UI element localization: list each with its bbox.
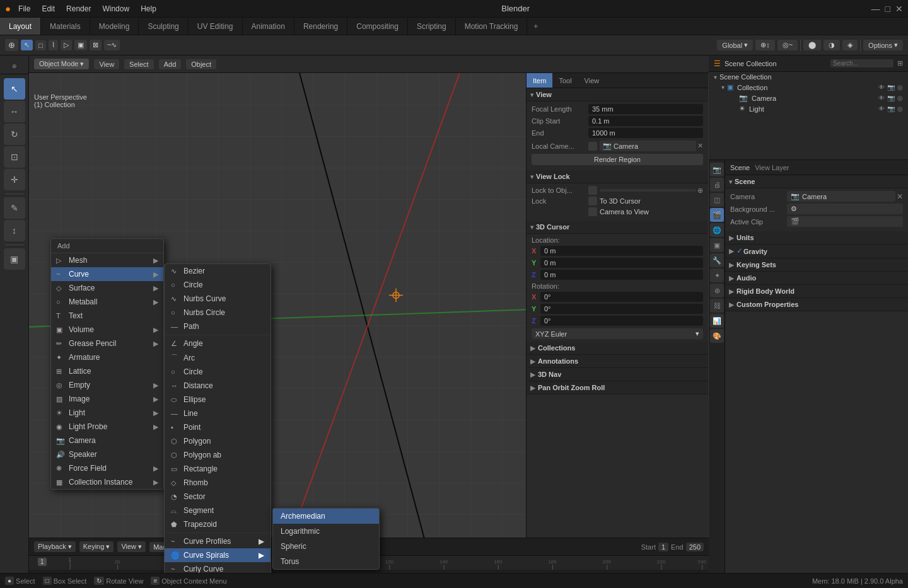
cursor-y-value[interactable]: 0 m	[540, 258, 703, 268]
workspace-tab-modeling[interactable]: Modeling	[90, 18, 139, 35]
light-cam-icon[interactable]: 📷	[887, 105, 895, 112]
add-text[interactable]: T Text	[51, 309, 163, 323]
line-item[interactable]: — Line	[165, 406, 271, 420]
focal-value[interactable]: 35 mm	[588, 104, 703, 114]
path-item[interactable]: — Path	[165, 320, 271, 333]
add-cube-tool[interactable]: ▣	[4, 248, 25, 270]
box-select-btn[interactable]: □	[35, 40, 46, 50]
lasso-btn[interactable]: ⌇	[49, 40, 58, 50]
light-outliner-item[interactable]: ☀ Light 👁 📷 ◎	[734, 103, 908, 114]
rigid-body-section-toggle[interactable]: ▶ Rigid Body World	[725, 285, 908, 298]
workspace-tab-scripting[interactable]: Scripting	[408, 18, 456, 35]
pan-orbit-toggle[interactable]: ▶ Pan Orbit Zoom Roll	[527, 381, 708, 395]
physics-props-btn[interactable]: ⊛	[710, 284, 724, 297]
nurbs-circle-item[interactable]: ○ Nurbs Circle	[165, 306, 271, 320]
polygon-item[interactable]: ⬡ Polygon	[165, 434, 271, 448]
view-lock-toggle[interactable]: ▾ View Lock	[527, 170, 708, 183]
menu-edit[interactable]: Edit	[38, 3, 59, 14]
workspace-tab-uv-editing[interactable]: UV Editing	[189, 18, 243, 35]
trapezoid-item[interactable]: ⬟ Trapezoid	[165, 517, 271, 531]
camera-icon[interactable]: 📷	[887, 84, 895, 91]
render-props-btn[interactable]: 📷	[710, 163, 724, 176]
collection-item[interactable]: ▾ ▣ Collection 👁 📷 ◎	[716, 82, 908, 93]
cursor-ry-value[interactable]: 0°	[540, 304, 703, 314]
light-render-icon[interactable]: ◎	[897, 105, 903, 112]
audio-section-toggle[interactable]: ▶ Audio	[725, 272, 908, 285]
lock-obj-value[interactable]	[600, 189, 696, 192]
toolbar-btn6[interactable]: ⊠	[90, 40, 102, 50]
view-section-toggle[interactable]: ▾ View	[527, 88, 708, 101]
light-eye-icon[interactable]: 👁	[878, 105, 885, 112]
circle-item-2[interactable]: ○ Circle	[165, 365, 271, 379]
rectangle-item[interactable]: ▭ Rectangle	[165, 462, 271, 476]
add-armature[interactable]: ✦ Armature	[51, 350, 163, 364]
bezier-item[interactable]: ∿ Bezier	[165, 264, 271, 278]
clip-end-value[interactable]: 1000 m	[588, 128, 703, 138]
playback-menu[interactable]: Playback ▾	[34, 541, 76, 552]
viewport-shading-rend[interactable]: ◈	[842, 40, 858, 50]
toolbar-btn5[interactable]: ▣	[74, 40, 87, 50]
local-cam-toggle[interactable]	[588, 142, 597, 151]
camera-x-btn[interactable]: ✕	[897, 192, 903, 201]
toolbar-btn7[interactable]: ~∿	[104, 40, 120, 50]
keying-section-toggle[interactable]: ▶ Keying Sets	[725, 258, 908, 272]
transform-tool[interactable]: ✛	[4, 169, 25, 190]
cursor-tool[interactable]: ↖	[4, 78, 25, 100]
view-menu-btn[interactable]: View	[94, 59, 119, 69]
object-mode-dropdown[interactable]: Object Mode ▾	[34, 59, 89, 69]
torus-item[interactable]: Torus	[273, 554, 379, 569]
rotation-mode-dropdown[interactable]: XYZ Euler ▾	[532, 328, 703, 339]
eye-icon[interactable]: 👁	[878, 84, 885, 91]
start-frame-input[interactable]: 1	[658, 543, 668, 551]
ellipse-item[interactable]: ⬭ Ellipse	[165, 393, 271, 406]
add-camera[interactable]: 📷 Camera	[51, 434, 163, 447]
minimize-button[interactable]: —	[871, 4, 880, 14]
cam-camera-icon[interactable]: 📷	[887, 95, 895, 101]
cursor-rz-value[interactable]: 0°	[540, 316, 703, 326]
cam-view-toggle[interactable]	[588, 207, 597, 216]
add-light[interactable]: ☀ Light ▶	[51, 406, 163, 420]
sector-item[interactable]: ◔ Sector	[165, 490, 271, 504]
annotations-toggle[interactable]: ▶ Annotations	[527, 355, 708, 368]
add-force-field[interactable]: ❋ Force Field ▶	[51, 461, 163, 475]
scene-section-toggle[interactable]: ▾ Scene	[725, 175, 908, 188]
add-mesh[interactable]: ▷ Mesh ▶	[51, 253, 163, 267]
collections-toggle[interactable]: ▶ Collections	[527, 342, 708, 355]
view-layer-props-btn[interactable]: ◫	[710, 193, 724, 207]
material-props-btn[interactable]: 🎨	[710, 329, 724, 343]
add-volume[interactable]: ▣ Volume ▶	[51, 323, 163, 337]
add-image[interactable]: ▨ Image ▶	[51, 392, 163, 406]
clip-start-value[interactable]: 0.1 m	[588, 116, 703, 126]
select-menu-btn[interactable]: Select	[124, 59, 154, 69]
global-transform-btn[interactable]: Global ▾	[717, 40, 753, 50]
point-item[interactable]: • Point	[165, 420, 271, 434]
workspace-tab-motion-tracking[interactable]: Motion Tracking	[456, 18, 528, 35]
gravity-section-toggle[interactable]: ▶ ✓ Gravity	[725, 245, 908, 258]
output-props-btn[interactable]: 🖨	[710, 178, 724, 192]
lock-obj-picker[interactable]: ⊕	[697, 187, 703, 195]
box-select-key[interactable]: □	[43, 577, 52, 585]
ctx-menu-key[interactable]: ≡	[151, 577, 160, 585]
data-props-btn[interactable]: 📊	[710, 314, 724, 328]
object-props-btn[interactable]: ▣	[710, 238, 724, 252]
render-region-btn[interactable]: Render Region	[532, 154, 703, 165]
3d-nav-toggle[interactable]: ▶ 3D Nav	[527, 368, 708, 381]
cursor-z-value[interactable]: 0 m	[540, 270, 703, 280]
snap-icon[interactable]: ⊕	[5, 39, 18, 51]
workspace-tab-sculpting[interactable]: Sculpting	[139, 18, 188, 35]
add-metaball[interactable]: ○ Metaball ▶	[51, 295, 163, 309]
add-curve[interactable]: ~ Curve ▶	[51, 267, 163, 281]
curve-spirals-item[interactable]: 🌀 Curve Spirals ▶	[165, 548, 271, 562]
archemedian-item[interactable]: Archemedian	[273, 509, 379, 524]
particles-props-btn[interactable]: ✦	[710, 268, 724, 282]
measure-tool[interactable]: ↕	[4, 220, 25, 241]
maximize-button[interactable]: □	[885, 4, 890, 14]
units-section-toggle[interactable]: ▶ Units	[725, 231, 908, 245]
workspace-tab-layout[interactable]: Layout	[0, 18, 41, 35]
modifier-props-btn[interactable]: 🔧	[710, 253, 724, 267]
curve-profiles-item[interactable]: ~ Curve Profiles ▶	[165, 534, 271, 548]
world-props-btn[interactable]: 🌐	[710, 223, 724, 237]
circle-item-1[interactable]: ○ Circle	[165, 278, 271, 292]
add-lattice[interactable]: ⊞ Lattice	[51, 364, 163, 378]
keying-menu[interactable]: Keying ▾	[79, 541, 114, 552]
